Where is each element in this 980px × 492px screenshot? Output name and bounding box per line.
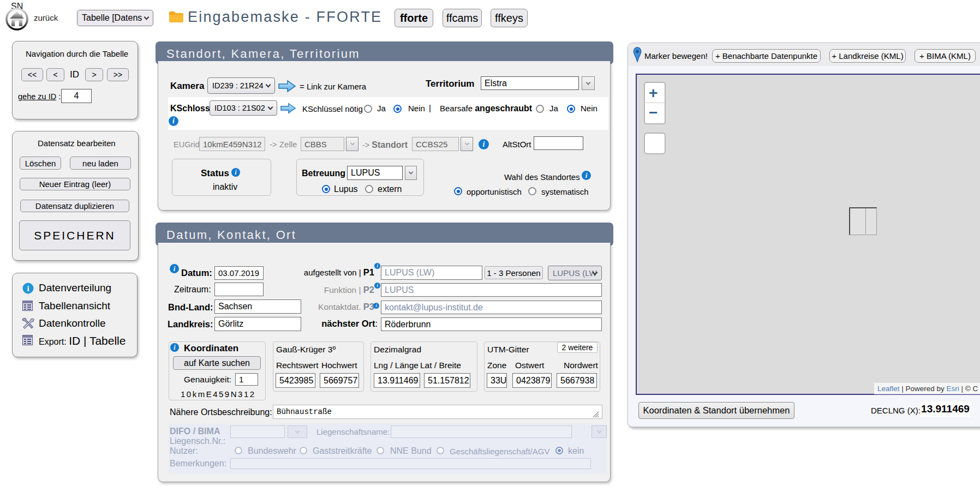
svg-text:i: i — [27, 284, 29, 293]
